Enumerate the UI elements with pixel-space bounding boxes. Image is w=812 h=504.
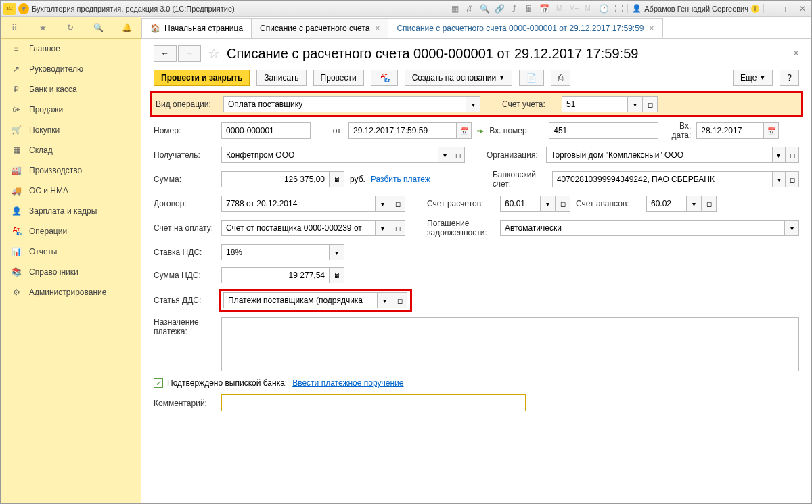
- create-based-button[interactable]: Создать на основании ▼: [405, 70, 512, 86]
- tab-doc2[interactable]: Списание с расчетного счета 0000-000001 …: [388, 18, 662, 38]
- bank-account-input[interactable]: [552, 171, 773, 187]
- m-icon[interactable]: M: [553, 3, 565, 15]
- dropdown-icon[interactable]: ▾: [438, 147, 452, 163]
- dropdown-icon[interactable]: ▾: [785, 220, 799, 236]
- sidebar-item-0[interactable]: ≡Главное: [1, 39, 141, 59]
- op-type-input[interactable]: [223, 96, 466, 112]
- clip-button[interactable]: ⎙: [551, 70, 570, 86]
- clock-icon[interactable]: 🕐: [597, 3, 610, 15]
- dropdown-icon[interactable]: ▾: [330, 244, 344, 260]
- sidebar-item-7[interactable]: 🚚ОС и НМА: [1, 181, 141, 201]
- calendar-icon[interactable]: 📅: [764, 122, 779, 139]
- settlement-input[interactable]: [500, 196, 541, 212]
- apps-icon[interactable]: ⠿: [9, 22, 21, 34]
- calendar-icon[interactable]: 📅: [457, 122, 472, 139]
- open-icon[interactable]: ◻: [702, 196, 717, 212]
- dropdown-icon[interactable]: ▾: [378, 292, 392, 308]
- attach-button[interactable]: 📄: [519, 70, 544, 86]
- open-icon[interactable]: ◻: [392, 292, 407, 308]
- search-sidebar-icon[interactable]: 🔍: [93, 22, 105, 34]
- favorite-icon[interactable]: ★: [37, 22, 49, 34]
- back-button[interactable]: ←: [154, 45, 177, 62]
- calculator-icon[interactable]: 🖩: [523, 3, 535, 15]
- star-icon[interactable]: ☆: [208, 45, 220, 62]
- organization-input[interactable]: [546, 147, 773, 163]
- tab-doc1[interactable]: Списание с расчетного счета ×: [251, 18, 388, 38]
- toolbar-icon[interactable]: ▦: [449, 3, 461, 15]
- write-button[interactable]: Записать: [256, 70, 306, 86]
- sidebar-item-9[interactable]: ДтКтОперации: [1, 221, 141, 242]
- more-button[interactable]: Еще ▼: [733, 70, 773, 86]
- expand-icon[interactable]: ⛶: [612, 3, 625, 15]
- post-button[interactable]: Провести: [313, 70, 364, 86]
- open-icon[interactable]: ◻: [451, 147, 465, 163]
- close-window-icon[interactable]: ✕: [796, 3, 809, 15]
- number-input[interactable]: [221, 122, 311, 139]
- debt-input[interactable]: [500, 220, 785, 236]
- dropdown-icon[interactable]: ▾: [466, 96, 480, 112]
- forward-button[interactable]: →: [178, 45, 201, 62]
- dropdown-icon[interactable]: ▾: [376, 196, 390, 212]
- advance-input[interactable]: [646, 196, 687, 212]
- dtkt-button[interactable]: ДтКт: [371, 70, 398, 86]
- user-badge[interactable]: 👤 Абрамов Геннадий Сергеевич i: [627, 4, 764, 13]
- open-icon[interactable]: ◻: [556, 196, 570, 212]
- sidebar-item-5[interactable]: ▦Склад: [1, 140, 141, 160]
- split-payment-link[interactable]: Разбить платеж: [371, 175, 430, 184]
- dropdown-icon[interactable]: ▾: [376, 220, 390, 236]
- calculator-icon[interactable]: 🖩: [330, 171, 344, 187]
- post-close-button[interactable]: Провести и закрыть: [154, 70, 250, 86]
- vat-rate-input[interactable]: [221, 244, 330, 260]
- minimize-icon[interactable]: —: [767, 3, 779, 15]
- maximize-icon[interactable]: ◻: [782, 3, 794, 15]
- history-icon[interactable]: ↻: [64, 22, 76, 34]
- account-input[interactable]: [562, 96, 628, 112]
- link-icon[interactable]: 🔗: [493, 3, 505, 15]
- recipient-input[interactable]: [221, 147, 438, 163]
- sidebar-item-3[interactable]: 🛍Продажи: [1, 99, 141, 120]
- dropdown-icon[interactable]: ▾: [773, 147, 786, 163]
- close-icon[interactable]: ×: [649, 24, 654, 33]
- inc-number-input[interactable]: [549, 122, 658, 139]
- sidebar-item-12[interactable]: ⚙Администрирование: [1, 282, 141, 302]
- sidebar-item-11[interactable]: 📚Справочники: [1, 262, 141, 282]
- sidebar-item-10[interactable]: 📊Отчеты: [1, 242, 141, 262]
- sidebar-item-1[interactable]: ↗Руководителю: [1, 59, 141, 79]
- sum-input[interactable]: [221, 171, 330, 187]
- bell-icon[interactable]: 🔔: [120, 22, 133, 34]
- open-icon[interactable]: ◻: [643, 96, 658, 112]
- open-icon[interactable]: ◻: [390, 196, 405, 212]
- enter-order-link[interactable]: Ввести платежное поручение: [292, 378, 403, 388]
- dds-input[interactable]: [223, 292, 378, 308]
- calendar-icon[interactable]: 📅: [538, 3, 550, 15]
- m-minus-icon[interactable]: M-: [583, 3, 595, 15]
- dropdown-icon[interactable]: ▾: [628, 96, 643, 112]
- dropdown-icon[interactable]: ▾: [541, 196, 556, 212]
- sidebar-item-6[interactable]: 🏭Производство: [1, 160, 141, 181]
- comment-input[interactable]: [221, 394, 526, 411]
- contract-input[interactable]: [221, 196, 376, 212]
- open-icon[interactable]: ◻: [786, 171, 799, 187]
- dropdown-icon[interactable]: ▾: [773, 171, 786, 187]
- m-plus-icon[interactable]: M+: [568, 3, 580, 15]
- help-button[interactable]: ?: [780, 70, 799, 86]
- page-close-icon[interactable]: ×: [793, 47, 799, 60]
- upload-icon[interactable]: ⤴: [508, 3, 520, 15]
- sidebar-item-4[interactable]: 🛒Покупки: [1, 120, 141, 140]
- tab-home[interactable]: 🏠 Начальная страница: [141, 18, 252, 38]
- dropdown-icon[interactable]: ▾: [18, 3, 29, 14]
- confirmed-checkbox[interactable]: ✓ Подтверждено выпиской банка:: [154, 378, 287, 388]
- open-icon[interactable]: ◻: [390, 220, 405, 236]
- calculator-icon[interactable]: 🖩: [330, 267, 344, 283]
- open-icon[interactable]: ◻: [786, 147, 799, 163]
- close-icon[interactable]: ×: [375, 24, 380, 33]
- invoice-input[interactable]: [221, 220, 376, 236]
- dropdown-icon[interactable]: ▾: [687, 196, 702, 212]
- purpose-input[interactable]: [221, 317, 799, 371]
- print-icon[interactable]: 🖨: [464, 3, 476, 15]
- search-icon[interactable]: 🔍: [478, 3, 491, 15]
- vat-sum-input[interactable]: [221, 267, 330, 283]
- inc-date-input[interactable]: [696, 122, 764, 139]
- date-input[interactable]: [348, 122, 457, 139]
- sidebar-item-8[interactable]: 👤Зарплата и кадры: [1, 201, 141, 221]
